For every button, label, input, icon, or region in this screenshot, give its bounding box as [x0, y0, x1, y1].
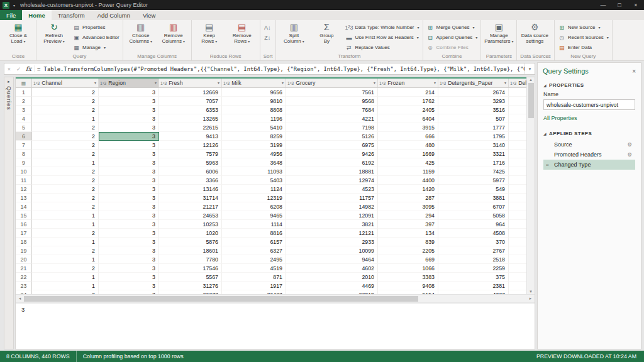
cell-13-milk[interactable]: 12319 [222, 194, 286, 202]
query-name-input[interactable] [543, 99, 635, 110]
cell-22-delicassen[interactable] [509, 273, 526, 282]
applied-step-changed-type[interactable]: ×Changed Type [543, 160, 635, 170]
cell-4-detergents-paper[interactable]: 507 [438, 114, 509, 123]
cell-4-channel[interactable]: 1 [32, 114, 99, 123]
row-number-22[interactable]: 22 [16, 273, 32, 282]
choose-columns-button[interactable]: ▥Choose Columns▾ [125, 21, 157, 44]
cell-15-frozen[interactable]: 294 [378, 211, 438, 220]
column-header-delicassen[interactable]: 1²3Delicassen▾ [509, 79, 526, 87]
cell-2-detergents-paper[interactable]: 3293 [438, 97, 509, 106]
sort-descending-button[interactable]: Z↓ [262, 33, 273, 42]
applied-steps-section-header[interactable]: ◢ APPLIED STEPS [543, 128, 635, 139]
formula-cancel-button[interactable]: × [4, 66, 14, 72]
cell-5-grocery[interactable]: 7198 [286, 123, 378, 132]
scroll-down-icon[interactable]: ▾ [530, 289, 532, 294]
cell-23-milk[interactable]: 1917 [222, 282, 286, 290]
cell-6-detergents-paper[interactable]: 1795 [438, 132, 509, 141]
cell-11-delicassen[interactable] [509, 176, 526, 185]
cell-14-channel[interactable]: 2 [32, 202, 99, 211]
column-header-grocery[interactable]: 1²3Grocery▾ [286, 79, 378, 87]
tab-transform[interactable]: Transform [52, 10, 91, 20]
data-type-button[interactable]: 1²3Data Type: Whole Number▾ [343, 23, 420, 32]
row-number-12[interactable]: 12 [16, 185, 32, 194]
all-properties-link[interactable]: All Properties [543, 115, 635, 121]
cell-11-grocery[interactable]: 12974 [286, 176, 378, 185]
row-number-6[interactable]: 6 [16, 132, 32, 141]
cell-5-fresh[interactable]: 22615 [159, 123, 222, 132]
cell-22-region[interactable]: 3 [99, 273, 159, 282]
cell-19-channel[interactable]: 2 [32, 246, 99, 255]
fresh-filter-button[interactable]: ▾ [217, 79, 220, 87]
cell-10-detergents-paper[interactable]: 7425 [438, 167, 509, 176]
cell-18-milk[interactable]: 6157 [222, 238, 286, 246]
cell-8-frozen[interactable]: 1669 [378, 150, 438, 158]
cell-11-milk[interactable]: 5403 [222, 176, 286, 185]
tab-view[interactable]: View [136, 10, 162, 20]
cell-19-fresh[interactable]: 18601 [159, 246, 222, 255]
close-button[interactable]: × [628, 0, 644, 10]
cell-5-frozen[interactable]: 3915 [378, 123, 438, 132]
combine-files-button[interactable]: ⊕Combine Files [425, 43, 479, 52]
cell-1-detergents-paper[interactable]: 2674 [438, 88, 509, 97]
cell-10-region[interactable]: 3 [99, 167, 159, 176]
cell-20-channel[interactable]: 1 [32, 255, 99, 264]
quick-access-caret-icon[interactable]: ▾ [11, 3, 17, 8]
cell-14-milk[interactable]: 6208 [222, 202, 286, 211]
row-number-23[interactable]: 23 [16, 282, 32, 290]
cell-5-region[interactable]: 3 [99, 123, 159, 132]
cell-11-channel[interactable]: 2 [32, 176, 99, 185]
cell-16-region[interactable]: 3 [99, 220, 159, 229]
horizontal-scrollbar[interactable]: ◂ ▸ [16, 294, 535, 302]
cell-12-region[interactable]: 3 [99, 185, 159, 194]
manage-button[interactable]: ▦Manage▾ [71, 43, 121, 52]
cell-20-delicassen[interactable] [509, 255, 526, 264]
cell-16-delicassen[interactable] [509, 220, 526, 229]
cell-2-grocery[interactable]: 9568 [286, 97, 378, 106]
row-number-8[interactable]: 8 [16, 150, 32, 158]
cell-13-fresh[interactable]: 31714 [159, 194, 222, 202]
cell-3-region[interactable]: 3 [99, 106, 159, 114]
cell-9-frozen[interactable]: 425 [378, 158, 438, 167]
cell-11-frozen[interactable]: 4400 [378, 176, 438, 185]
cell-21-detergents-paper[interactable]: 2259 [438, 264, 509, 273]
cell-20-milk[interactable]: 2495 [222, 255, 286, 264]
cell-13-frozen[interactable]: 287 [378, 194, 438, 202]
cell-10-frozen[interactable]: 1159 [378, 167, 438, 176]
cell-17-region[interactable]: 3 [99, 229, 159, 238]
cell-15-channel[interactable]: 1 [32, 211, 99, 220]
data-source-settings-button[interactable]: ⚙Data source settings [519, 21, 550, 44]
new-source-button[interactable]: ⊞New Source▾ [557, 23, 610, 32]
cell-19-delicassen[interactable] [509, 246, 526, 255]
cell-4-grocery[interactable]: 4221 [286, 114, 378, 123]
expand-queries-button[interactable]: ▸ [8, 77, 10, 85]
merge-queries-button[interactable]: ⊞Merge Queries▾ [425, 23, 479, 32]
cell-7-region[interactable]: 3 [99, 141, 159, 150]
cell-4-region[interactable]: 3 [99, 114, 159, 123]
cell-3-fresh[interactable]: 6353 [159, 106, 222, 114]
properties-section-header[interactable]: ◢ PROPERTIES [543, 80, 635, 90]
detergents-paper-filter-button[interactable]: ▾ [504, 79, 507, 87]
cell-19-region[interactable]: 3 [99, 246, 159, 255]
cell-23-grocery[interactable]: 4469 [286, 282, 378, 290]
remove-rows-button[interactable]: ▤Remove Rows▾ [226, 21, 258, 44]
cell-6-channel[interactable]: 2 [32, 132, 99, 141]
cell-1-region[interactable]: 3 [99, 88, 159, 97]
row-number-3[interactable]: 3 [16, 106, 32, 114]
cell-12-detergents-paper[interactable]: 549 [438, 185, 509, 194]
row-number-5[interactable]: 5 [16, 123, 32, 132]
row-number-1[interactable]: 1 [16, 88, 32, 97]
cell-23-region[interactable]: 3 [99, 282, 159, 290]
step-settings-icon[interactable]: ⚙ [627, 151, 632, 158]
cell-22-grocery[interactable]: 2010 [286, 273, 378, 282]
cell-1-fresh[interactable]: 12669 [159, 88, 222, 97]
column-header-region[interactable]: 1²3Region▾ [99, 79, 159, 87]
row-number-7[interactable]: 7 [16, 141, 32, 150]
refresh-preview-button[interactable]: ↻Refresh Preview▾ [38, 21, 70, 44]
cell-16-fresh[interactable]: 10253 [159, 220, 222, 229]
cell-18-detergents-paper[interactable]: 370 [438, 238, 509, 246]
cell-15-fresh[interactable]: 24653 [159, 211, 222, 220]
cell-8-delicassen[interactable] [509, 150, 526, 158]
cell-16-frozen[interactable]: 397 [378, 220, 438, 229]
cell-9-milk[interactable]: 3648 [222, 158, 286, 167]
cell-10-grocery[interactable]: 18881 [286, 167, 378, 176]
